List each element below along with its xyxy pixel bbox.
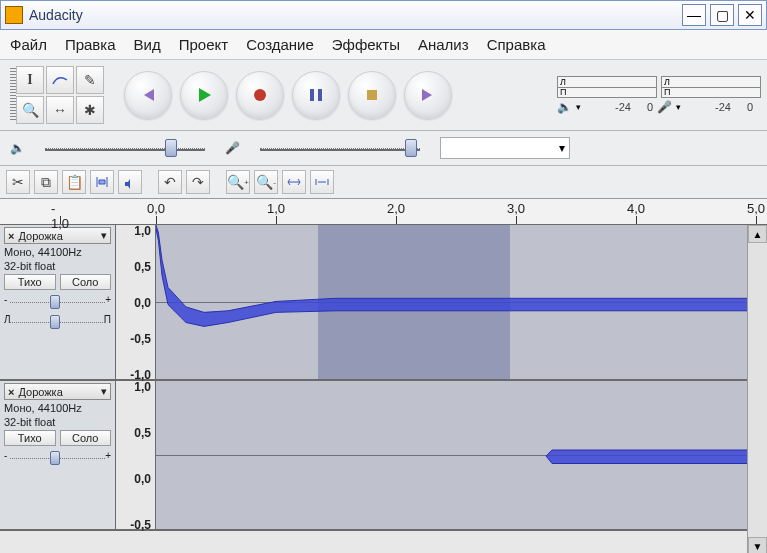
close-track-icon[interactable]: × xyxy=(8,230,14,242)
gain-slider[interactable]: - + xyxy=(4,294,111,310)
waveform-canvas[interactable] xyxy=(156,225,747,379)
amplitude-scale: 1,00,50,0-0,5 xyxy=(116,381,156,529)
tracks-area: × Дорожка ▾ Моно, 44100Hz 32-bit float Т… xyxy=(0,225,767,553)
toolbar-main: I ✎ 🔍 ↔ ✱ Л П Л П � xyxy=(0,60,767,131)
input-volume-slider[interactable] xyxy=(260,143,420,153)
vertical-scrollbar[interactable]: ▲ ▼ xyxy=(747,225,767,553)
selection-tool-icon[interactable]: I xyxy=(16,66,44,94)
toolbar-edit: ✂ ⧉ 📋 ↶ ↷ 🔍+ 🔍- xyxy=(0,166,767,199)
amplitude-scale: 1,00,50,0-0,5-1,0 xyxy=(116,225,156,379)
track-name: Дорожка xyxy=(18,230,62,242)
chevron-down-icon: ▾ xyxy=(101,385,107,398)
record-button[interactable] xyxy=(236,71,284,119)
menu-project[interactable]: Проект xyxy=(179,36,228,53)
close-track-icon[interactable]: × xyxy=(8,386,14,398)
menu-analyze[interactable]: Анализ xyxy=(418,36,469,53)
zoom-tool-icon[interactable]: 🔍 xyxy=(16,96,44,124)
svg-rect-1 xyxy=(310,89,314,101)
mute-button[interactable]: Тихо xyxy=(4,274,56,290)
undo-icon[interactable]: ↶ xyxy=(158,170,182,194)
minimize-button[interactable]: — xyxy=(682,4,706,26)
menu-generate[interactable]: Создание xyxy=(246,36,314,53)
pause-button[interactable] xyxy=(292,71,340,119)
track-row: × Дорожка ▾ Моно, 44100Hz 32-bit float Т… xyxy=(0,381,747,531)
app-icon xyxy=(5,6,23,24)
titlebar: Audacity — ▢ ✕ xyxy=(0,0,767,30)
meter-scale-label: -24 xyxy=(615,101,631,113)
mic-icon: 🎤 xyxy=(657,100,672,114)
meters: Л П Л П 🔈 ▾ -24 0 🎤 ▾ -24 0 xyxy=(557,76,761,114)
paste-icon[interactable]: 📋 xyxy=(62,170,86,194)
solo-button[interactable]: Соло xyxy=(60,274,112,290)
speaker-icon: 🔈 xyxy=(557,100,572,114)
window-title: Audacity xyxy=(29,7,678,23)
svg-rect-3 xyxy=(367,90,377,100)
svg-rect-2 xyxy=(318,89,322,101)
meter-scale-label: -24 xyxy=(715,101,731,113)
play-button[interactable] xyxy=(180,71,228,119)
menu-help[interactable]: Справка xyxy=(487,36,546,53)
svg-point-0 xyxy=(254,89,266,101)
waveform-canvas[interactable] xyxy=(156,381,747,529)
chevron-down-icon: ▾ xyxy=(101,229,107,242)
track-bitdepth: 32-bit float xyxy=(4,416,111,428)
copy-icon[interactable]: ⧉ xyxy=(34,170,58,194)
pan-slider[interactable]: Л П xyxy=(4,314,111,330)
menu-file[interactable]: Файл xyxy=(10,36,47,53)
zoom-fit-selection-icon[interactable] xyxy=(282,170,306,194)
track-format: Моно, 44100Hz xyxy=(4,246,111,258)
timeshift-tool-icon[interactable]: ↔ xyxy=(46,96,74,124)
zoom-fit-project-icon[interactable] xyxy=(310,170,334,194)
chevron-down-icon: ▾ xyxy=(559,141,565,155)
redo-icon[interactable]: ↷ xyxy=(186,170,210,194)
track-header: × Дорожка ▾ Моно, 44100Hz 32-bit float Т… xyxy=(0,381,116,529)
gain-slider[interactable]: - + xyxy=(4,450,111,466)
scroll-up-icon[interactable]: ▲ xyxy=(748,225,767,243)
multi-tool-icon[interactable]: ✱ xyxy=(76,96,104,124)
envelope-tool-icon[interactable] xyxy=(46,66,74,94)
zoom-out-icon[interactable]: 🔍- xyxy=(254,170,278,194)
toolbar-mixer: 🔈 🎤 ▾ xyxy=(0,131,767,166)
draw-tool-icon[interactable]: ✎ xyxy=(76,66,104,94)
track-header: × Дорожка ▾ Моно, 44100Hz 32-bit float Т… xyxy=(0,225,116,379)
trim-icon[interactable] xyxy=(90,170,114,194)
stop-button[interactable] xyxy=(348,71,396,119)
timeline-ruler[interactable]: - 1,00,01,02,03,04,05,0 xyxy=(0,199,767,225)
input-volume-icon: 🎤 xyxy=(225,141,240,155)
output-meter[interactable]: Л П xyxy=(557,76,657,98)
track-name: Дорожка xyxy=(18,386,62,398)
output-volume-slider[interactable] xyxy=(45,143,205,153)
meter-scale-label: 0 xyxy=(747,101,753,113)
output-volume-icon: 🔈 xyxy=(10,141,25,155)
meter-scale-label: 0 xyxy=(647,101,653,113)
menu-view[interactable]: Вид xyxy=(134,36,161,53)
skip-start-button[interactable] xyxy=(124,71,172,119)
track-menu-button[interactable]: × Дорожка ▾ xyxy=(4,383,111,400)
menu-effects[interactable]: Эффекты xyxy=(332,36,400,53)
mute-button[interactable]: Тихо xyxy=(4,430,56,446)
menubar: Файл Правка Вид Проект Создание Эффекты … xyxy=(0,30,767,60)
skip-end-button[interactable] xyxy=(404,71,452,119)
maximize-button[interactable]: ▢ xyxy=(710,4,734,26)
track-bitdepth: 32-bit float xyxy=(4,260,111,272)
track-format: Моно, 44100Hz xyxy=(4,402,111,414)
scroll-down-icon[interactable]: ▼ xyxy=(748,537,767,553)
close-button[interactable]: ✕ xyxy=(738,4,762,26)
input-meter[interactable]: Л П xyxy=(661,76,761,98)
track-row: × Дорожка ▾ Моно, 44100Hz 32-bit float Т… xyxy=(0,225,747,381)
cut-icon[interactable]: ✂ xyxy=(6,170,30,194)
solo-button[interactable]: Соло xyxy=(60,430,112,446)
menu-edit[interactable]: Правка xyxy=(65,36,116,53)
device-select[interactable]: ▾ xyxy=(440,137,570,159)
zoom-in-icon[interactable]: 🔍+ xyxy=(226,170,250,194)
silence-icon[interactable] xyxy=(118,170,142,194)
